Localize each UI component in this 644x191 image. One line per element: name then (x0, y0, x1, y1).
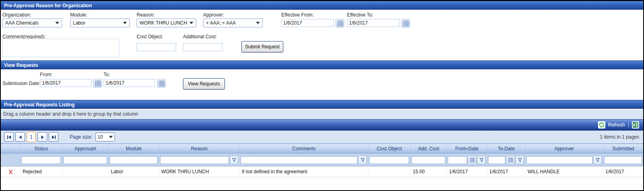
module-label: Module: (70, 12, 87, 18)
reason-label: Reason: (137, 12, 155, 18)
column-header-icon (1, 144, 20, 154)
section-header-listing: Pre-Approval Requests Listing (1, 100, 643, 109)
refresh-label[interactable]: Refresh (608, 122, 625, 128)
effective-from-calendar-button[interactable] (336, 19, 344, 27)
column-header-approver[interactable]: Approver (525, 144, 603, 154)
current-page-indicator[interactable]: 1 (27, 132, 36, 142)
submission-to-calendar-button[interactable] (157, 79, 166, 87)
submission-date-label: Submission Date: (2, 81, 40, 86)
column-header-module[interactable]: Module (108, 144, 159, 154)
column-header-cost-object[interactable]: Cost Object (368, 144, 410, 154)
grid-toolbar: Refresh | (1, 119, 643, 131)
group-by-hint: Drag a column header and drop it here to… (3, 111, 138, 117)
last-page-icon (52, 135, 56, 139)
cell-status: Rejected (20, 166, 62, 177)
column-header-status[interactable]: Status (20, 144, 62, 154)
group-by-dropzone[interactable]: Drag a column header and drop it here to… (1, 109, 643, 119)
approval-filter-input[interactable] (63, 156, 107, 164)
organization-label: Organization: (2, 12, 31, 18)
module-filter-input[interactable] (110, 156, 158, 164)
reason-select[interactable]: WORK THRU LUNCH (137, 19, 196, 27)
cost-object-input[interactable] (137, 43, 176, 51)
prev-page-icon (18, 135, 23, 139)
from-label: From: (40, 72, 52, 77)
next-page-button[interactable] (37, 132, 47, 142)
cell-approver: WILL HANDLE (525, 166, 603, 177)
delete-icon (8, 169, 13, 174)
column-header-approval[interactable]: Approval# (62, 144, 108, 154)
current-page-number: 1 (30, 134, 33, 140)
first-page-icon (7, 135, 11, 139)
cell-comments: if not defined in the agreement (239, 166, 368, 177)
submission-from-input[interactable] (40, 79, 91, 87)
reason-filter-button[interactable] (230, 156, 238, 164)
cost-object-label: Cost Object: (137, 34, 163, 39)
reason-selected-value: WORK THRU LUNCH (139, 20, 188, 26)
calendar-icon (470, 158, 475, 162)
comments-filter-button[interactable] (358, 156, 367, 164)
section-header-view-requests: View Requests (1, 60, 643, 69)
page-size-label: Page size: (70, 134, 92, 140)
to-date-filter-button[interactable] (515, 156, 524, 164)
dropdown-arrow-icon (256, 22, 260, 24)
dropdown-arrow-icon (55, 22, 59, 24)
calendar-icon (159, 81, 164, 86)
view-requests-label: View Requests (188, 81, 220, 87)
last-page-button[interactable] (49, 132, 58, 142)
prev-page-button[interactable] (15, 132, 25, 142)
organization-selected-value: AAA Chemicals (5, 20, 54, 26)
submit-request-button[interactable]: Submit Request (241, 41, 283, 52)
reason-filter-input[interactable] (160, 156, 229, 164)
page-size-value: 10 (98, 134, 107, 140)
comments-filter-input[interactable] (241, 156, 357, 164)
dropdown-arrow-icon (109, 136, 113, 138)
section-header-preapproval: Pre-Approval Reason for Organization (1, 1, 643, 10)
module-select[interactable]: Labor (70, 19, 130, 27)
column-header-to-date[interactable]: To-Date (487, 144, 525, 154)
dropdown-arrow-icon (123, 22, 127, 24)
column-header-comments[interactable]: Comments (239, 144, 368, 154)
submitted-filter-input[interactable] (604, 156, 642, 164)
column-header-submitted[interactable]: Submitted (603, 144, 643, 154)
column-header-reason[interactable]: Reason (159, 144, 239, 154)
organization-select[interactable]: AAA Chemicals (2, 19, 62, 27)
comment-textarea[interactable] (2, 39, 119, 57)
effective-to-calendar-button[interactable] (401, 19, 410, 27)
approver-select[interactable]: + AAA::+ AAA (203, 19, 263, 27)
page-size-select[interactable]: 10 (96, 133, 115, 141)
effective-to-input[interactable] (347, 19, 399, 27)
column-header-from-date[interactable]: From-Date (447, 144, 487, 154)
funnel-icon (517, 158, 522, 162)
cell-from-date: 1/6/2017 (447, 166, 487, 177)
approver-filter-input[interactable] (526, 156, 592, 164)
funnel-icon (360, 158, 365, 162)
table-row: Rejected Labor WORK THRU LUNCH if not de… (1, 166, 643, 177)
view-requests-button[interactable]: View Requests (183, 78, 225, 89)
grid-header-row: Status Approval# Module Reason Comments … (1, 143, 643, 154)
effective-from-input[interactable] (281, 19, 334, 27)
delete-row-button[interactable] (1, 166, 20, 177)
cell-cost-object (368, 166, 410, 177)
from-date-filter-button[interactable] (477, 156, 486, 164)
module-selected-value: Labor (73, 20, 121, 26)
column-header-add-cost[interactable]: Add. Cost (410, 144, 447, 154)
export-excel-button[interactable] (632, 121, 639, 129)
status-filter-input[interactable] (21, 156, 61, 164)
calendar-icon (508, 158, 513, 162)
first-page-button[interactable] (4, 132, 14, 142)
section-title: Pre-Approval Requests Listing (4, 102, 75, 108)
from-date-filter-input[interactable] (448, 156, 467, 164)
submission-from-calendar-button[interactable] (93, 79, 102, 87)
to-date-filter-input[interactable] (488, 156, 505, 164)
pager-bar: 1 Page size: 10 1 items in 1 pages (1, 131, 643, 143)
cell-add-cost: 15.00 (410, 166, 447, 177)
approver-filter-button[interactable] (593, 156, 602, 164)
refresh-button[interactable] (598, 121, 605, 129)
additional-cost-input[interactable] (183, 43, 222, 51)
additional-cost-label: Additional Cost: (183, 34, 217, 39)
submission-to-input[interactable] (104, 79, 155, 87)
add-cost-filter-input[interactable] (411, 156, 445, 164)
from-date-calendar-button[interactable] (468, 156, 476, 164)
to-date-calendar-button[interactable] (506, 156, 515, 164)
cost-object-filter-input[interactable] (369, 156, 409, 164)
